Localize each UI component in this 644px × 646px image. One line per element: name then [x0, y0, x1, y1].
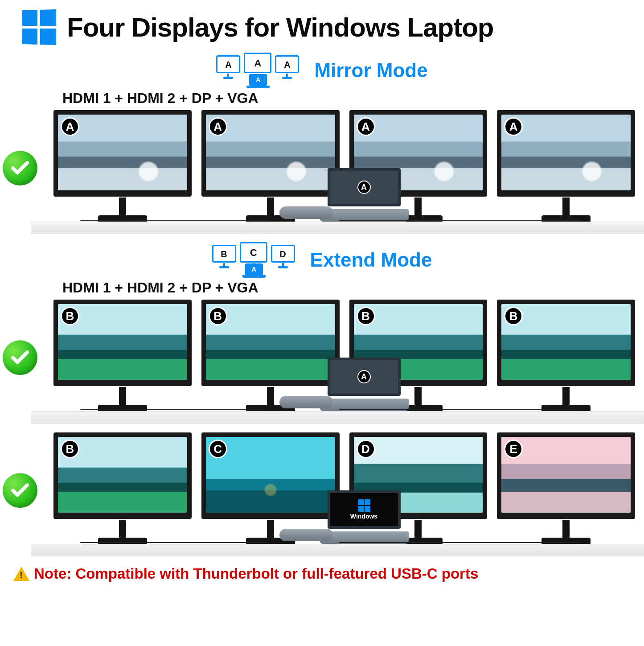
- monitor: A: [497, 110, 635, 197]
- monitor: B: [53, 432, 192, 519]
- mini-monitor-label: A: [225, 60, 231, 70]
- usb-hub-icon: [279, 206, 333, 219]
- mini-monitor-label: A: [284, 60, 290, 70]
- warning-icon: [13, 567, 29, 581]
- mini-monitor-label: C: [250, 247, 257, 258]
- desk-surface: [31, 411, 644, 424]
- note-text: Note: Compatible with Thunderbolt or ful…: [34, 565, 478, 582]
- mirror-section: HDMI 1 + HDMI 2 + DP + VGA A A A: [0, 90, 644, 234]
- header: Four Displays for Windows Laptop: [0, 0, 644, 49]
- monitor-badge: A: [209, 117, 227, 136]
- monitor-badge: B: [357, 307, 375, 325]
- page-title: Four Displays for Windows Laptop: [67, 12, 493, 43]
- mini-laptop-label: A: [251, 265, 256, 273]
- checkmark-icon: [3, 151, 37, 185]
- desk-surface: [31, 544, 644, 556]
- note-row: Note: Compatible with Thunderbolt or ful…: [0, 556, 644, 582]
- mirror-mini-diagram: A A A A: [216, 53, 301, 88]
- extend-ports-line: HDMI 1 + HDMI 2 + DP + VGA: [62, 280, 644, 296]
- laptop-badge: A: [357, 181, 371, 194]
- extend-mini-diagram: B C D A: [212, 242, 297, 278]
- monitor: A: [53, 110, 192, 197]
- extend-section-1: HDMI 1 + HDMI 2 + DP + VGA B B B: [0, 280, 644, 424]
- laptop: Windows: [320, 490, 409, 544]
- monitor: B: [497, 300, 635, 386]
- monitor: B: [53, 300, 192, 386]
- mini-monitor-label: D: [279, 249, 286, 259]
- usb-hub-icon: [279, 529, 333, 541]
- monitor-badge: B: [209, 307, 227, 325]
- mirror-mode-title-row: A A A A Mirror Mode: [0, 53, 644, 88]
- monitor: E: [497, 432, 635, 519]
- laptop-badge: A: [357, 370, 371, 383]
- extend-mode-title-row: B C D A Extend Mode: [0, 242, 644, 278]
- mini-laptop-label: A: [256, 76, 261, 83]
- laptop: A: [320, 358, 409, 411]
- monitor-badge: D: [357, 440, 375, 458]
- checkmark-icon: [3, 473, 37, 508]
- extend-section-2: B C D E Windows: [0, 432, 644, 556]
- monitor: B: [201, 300, 340, 386]
- monitor: C: [201, 432, 340, 519]
- windows-logo-icon: [358, 499, 370, 512]
- mini-monitor-label: B: [221, 249, 227, 259]
- laptop: A: [320, 168, 409, 222]
- desk-surface: [31, 222, 644, 234]
- monitor-badge: A: [357, 117, 375, 136]
- checkmark-icon: [3, 340, 37, 375]
- mini-monitor-label: A: [254, 58, 261, 69]
- usb-hub-icon: [279, 396, 333, 408]
- mirror-mode-label: Mirror Mode: [314, 59, 427, 82]
- windows-logo-icon: [22, 9, 56, 45]
- mirror-ports-line: HDMI 1 + HDMI 2 + DP + VGA: [62, 90, 644, 107]
- monitor-badge: C: [209, 440, 227, 458]
- extend-mode-label: Extend Mode: [310, 249, 432, 271]
- laptop-os-label: Windows: [350, 513, 377, 520]
- monitor: A: [201, 110, 340, 197]
